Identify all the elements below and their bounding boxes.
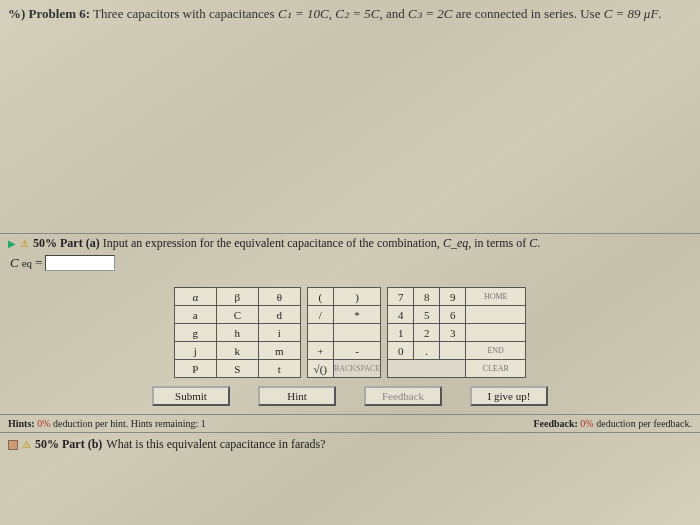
- ceq-eq: =: [35, 255, 42, 271]
- key-home[interactable]: HOME: [466, 288, 526, 306]
- c2: C₂ = 5C: [335, 6, 379, 21]
- keypad-zone: αβθ aCd ghi jkm PSt () /* +- √()BACKSPAC…: [0, 287, 700, 378]
- ceq-sub: eq: [22, 257, 32, 269]
- key-g[interactable]: g: [174, 324, 216, 342]
- hints-left: Hints: 0% deduction per hint. Hints rema…: [8, 418, 206, 429]
- key-1[interactable]: 1: [388, 324, 414, 342]
- key-lparen[interactable]: (: [307, 288, 333, 306]
- keypad-paren: () /* +- √()BACKSPACE: [307, 287, 381, 378]
- giveup-button[interactable]: I give up!: [470, 386, 548, 406]
- key-end[interactable]: END: [466, 342, 526, 360]
- key-j[interactable]: j: [174, 342, 216, 360]
- key-end3[interactable]: [466, 324, 526, 342]
- key-mul[interactable]: *: [333, 306, 380, 324]
- hints-right: Feedback: 0% deduction per feedback.: [533, 418, 692, 429]
- c1: C₁ = 10C: [278, 6, 329, 21]
- ceq-input[interactable]: [45, 255, 115, 271]
- c3: C₃ = 2C: [408, 6, 452, 21]
- key-k[interactable]: k: [216, 342, 258, 360]
- key-sqrt[interactable]: √(): [307, 360, 333, 378]
- part-a-bar: ▶ ⚠ 50% Part (a) Input an expression for…: [0, 233, 700, 253]
- key-minus[interactable]: -: [333, 342, 380, 360]
- key-end2[interactable]: [466, 306, 526, 324]
- problem-text-a: Three capacitors with capacitances: [93, 6, 278, 21]
- key-d[interactable]: d: [258, 306, 300, 324]
- key-plus[interactable]: +: [307, 342, 333, 360]
- part-b-text: What is this equivalent capacitance in f…: [106, 437, 325, 452]
- button-row: Submit Hint Feedback I give up!: [0, 386, 700, 406]
- c-use: C = 89 μF: [604, 6, 659, 21]
- key-P[interactable]: P: [174, 360, 216, 378]
- key-theta[interactable]: θ: [258, 288, 300, 306]
- key-blank1[interactable]: [307, 324, 333, 342]
- warn-icon: ⚠: [20, 238, 29, 249]
- key-blank2[interactable]: [333, 324, 380, 342]
- key-blank3[interactable]: [440, 342, 466, 360]
- part-a-pct: 50% Part (a): [33, 236, 100, 250]
- key-alpha[interactable]: α: [174, 288, 216, 306]
- key-t[interactable]: t: [258, 360, 300, 378]
- play-icon: ▶: [8, 238, 16, 249]
- key-3[interactable]: 3: [440, 324, 466, 342]
- equation-row: Ceq =: [0, 253, 700, 277]
- key-4[interactable]: 4: [388, 306, 414, 324]
- key-m[interactable]: m: [258, 342, 300, 360]
- key-div[interactable]: /: [307, 306, 333, 324]
- key-spacer: [388, 360, 466, 378]
- ceq-c: C: [10, 255, 19, 271]
- part-a-instr: Input an expression for the equivalent c…: [103, 236, 443, 250]
- part-b-bar: ⚠ 50% Part (b) What is this equivalent c…: [0, 432, 700, 456]
- key-bksp[interactable]: BACKSPACE: [333, 360, 380, 378]
- key-6[interactable]: 6: [440, 306, 466, 324]
- key-beta[interactable]: β: [216, 288, 258, 306]
- problem-text-b: are connected in series. Use: [456, 6, 604, 21]
- part-b-pct: 50% Part (b): [35, 437, 102, 452]
- key-h[interactable]: h: [216, 324, 258, 342]
- key-i[interactable]: i: [258, 324, 300, 342]
- part-a-instr2: in terms of: [474, 236, 529, 250]
- hint-button[interactable]: Hint: [258, 386, 336, 406]
- key-C[interactable]: C: [216, 306, 258, 324]
- keypad-greek: αβθ aCd ghi jkm PSt: [174, 287, 301, 378]
- key-S[interactable]: S: [216, 360, 258, 378]
- feedback-button[interactable]: Feedback: [364, 386, 442, 406]
- key-5[interactable]: 5: [414, 306, 440, 324]
- keypad-num: 789HOME 456 123 0.END CLEAR: [387, 287, 526, 378]
- key-7[interactable]: 7: [388, 288, 414, 306]
- key-rparen[interactable]: ): [333, 288, 380, 306]
- figure-area: [0, 28, 700, 233]
- hints-row: Hints: 0% deduction per hint. Hints rema…: [0, 414, 700, 432]
- part-a-var: C_eq: [443, 236, 468, 250]
- key-clear[interactable]: CLEAR: [466, 360, 526, 378]
- key-a[interactable]: a: [174, 306, 216, 324]
- warn-icon-b: ⚠: [22, 439, 31, 450]
- key-2[interactable]: 2: [414, 324, 440, 342]
- key-dot[interactable]: .: [414, 342, 440, 360]
- key-8[interactable]: 8: [414, 288, 440, 306]
- square-icon: [8, 440, 18, 450]
- problem-label: %) Problem 6:: [8, 6, 90, 21]
- problem-statement: %) Problem 6: Three capacitors with capa…: [0, 0, 700, 28]
- key-0[interactable]: 0: [388, 342, 414, 360]
- submit-button[interactable]: Submit: [152, 386, 230, 406]
- key-9[interactable]: 9: [440, 288, 466, 306]
